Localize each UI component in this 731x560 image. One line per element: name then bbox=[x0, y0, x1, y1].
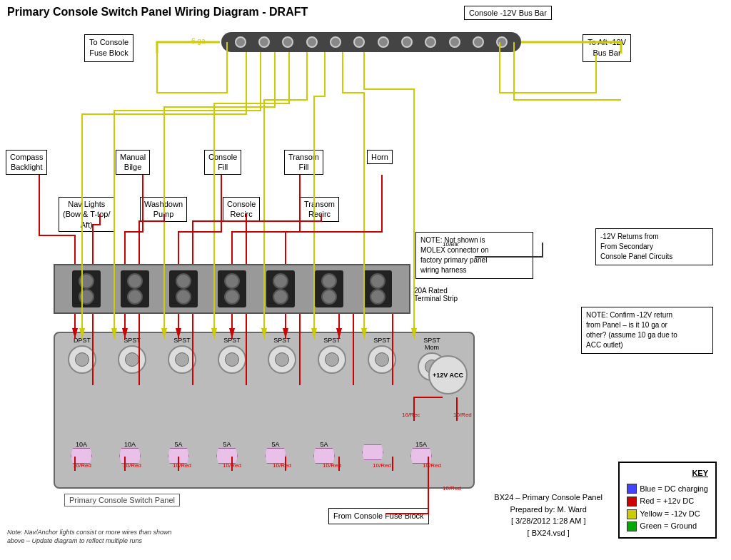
fuse-shape-3 bbox=[168, 448, 189, 464]
key-box: KEY Blue = DC charging Red = +12v DC Yel… bbox=[618, 462, 717, 539]
console-fill-label: ConsoleFill bbox=[204, 150, 241, 175]
fuse-7 bbox=[348, 444, 397, 460]
bus-terminal-11 bbox=[473, 36, 484, 48]
fuse-8: 15A bbox=[397, 441, 445, 464]
fuse-shape-6 bbox=[313, 448, 335, 464]
fuse-label-6: 5A bbox=[320, 441, 328, 448]
wire-label-2: 10/Red bbox=[107, 462, 157, 469]
switch-row: DPST SPST SPST SPST SPST SPST SPST SPST bbox=[57, 337, 478, 381]
switch-dpst: DPST bbox=[57, 337, 107, 381]
key-label-blue: Blue = DC charging bbox=[640, 483, 708, 496]
bus-terminal-8 bbox=[401, 36, 413, 48]
fuse-row: 10A 10A 5A 5A 5A 5A 15A bbox=[57, 441, 478, 464]
confirm-note: NOTE: Confirm -12V returnfrom Panel – is… bbox=[581, 307, 713, 354]
switch-circle-2 bbox=[118, 345, 146, 374]
fuse-label-1: 10A bbox=[76, 441, 87, 448]
key-color-yellow bbox=[627, 509, 637, 519]
fuse-shape-2 bbox=[119, 448, 141, 464]
switch-type-spst-3: SPST bbox=[223, 337, 241, 344]
bus-terminal-1 bbox=[235, 36, 246, 48]
screw-bot-6 bbox=[321, 289, 337, 305]
terminal-strip bbox=[54, 264, 410, 314]
bus-terminal-3 bbox=[282, 36, 293, 48]
bus-bar bbox=[221, 32, 521, 52]
wire-10red-acc: 10/Red bbox=[453, 412, 472, 418]
switch-circle-5 bbox=[268, 345, 296, 374]
switch-circle-6 bbox=[318, 345, 346, 374]
horn-label: Horn bbox=[367, 150, 393, 164]
wire-label-8: 10/Red bbox=[407, 462, 457, 469]
fuse-shape-5 bbox=[265, 448, 286, 464]
bx24-line3: [ 3/28/2012 1:28 AM ] bbox=[494, 515, 603, 527]
switch-spst-5: SPST bbox=[307, 337, 357, 381]
fuse-label-2: 10A bbox=[124, 441, 136, 448]
key-row-blue: Blue = DC charging bbox=[627, 483, 708, 496]
bus-ga-left: 6 ga bbox=[191, 37, 205, 45]
switch-inner-1 bbox=[75, 352, 89, 367]
key-color-red bbox=[627, 497, 637, 506]
from-console-fuse-label: From Console Fuse Block bbox=[328, 508, 429, 524]
switch-spst-4: SPST bbox=[257, 337, 307, 381]
switch-circle-3 bbox=[168, 345, 196, 374]
switch-circle-4 bbox=[218, 345, 246, 374]
to-aft-bus-label: To Aft -12VBus Bar bbox=[583, 34, 631, 62]
fuse-label-3: 5A bbox=[174, 441, 182, 448]
bus-terminal-9 bbox=[425, 36, 436, 48]
to-console-fuse-label: To ConsoleFuse Block bbox=[84, 34, 133, 62]
terminal-block-7 bbox=[363, 270, 392, 307]
switch-type-dpst: DPST bbox=[74, 337, 91, 344]
wire-label-row: 10/Red 10/Red 10/Red 10/Red 10/Red 10/Re… bbox=[57, 462, 478, 469]
fuse-3: 5A bbox=[154, 441, 203, 464]
acc-circle: +12V ACC bbox=[428, 355, 468, 394]
fuse-5: 5A bbox=[251, 441, 300, 464]
switch-spst-6: SPST bbox=[357, 337, 407, 381]
key-label-red: Red = +12v DC bbox=[640, 495, 694, 508]
manual-bilge-label: ManualBilge bbox=[116, 150, 150, 175]
screw-top-6 bbox=[321, 273, 337, 289]
fuse-label-4: 5A bbox=[223, 441, 231, 448]
diagram-container: Primary Console Switch Panel Wiring Diag… bbox=[0, 0, 731, 560]
screw-bot-1 bbox=[79, 289, 94, 305]
switch-spst-1: SPST bbox=[107, 337, 157, 381]
wire-label-4: 10/Red bbox=[207, 462, 257, 469]
terminal-block-6 bbox=[315, 270, 343, 307]
screw-top-2 bbox=[127, 273, 143, 289]
terminal-block-5 bbox=[266, 270, 295, 307]
screw-top-5 bbox=[273, 273, 288, 289]
switch-inner-6 bbox=[325, 352, 339, 367]
fuse-shape-7 bbox=[362, 444, 383, 460]
switch-type-spst-2: SPST bbox=[173, 337, 191, 344]
fuse-6: 5A bbox=[300, 441, 348, 464]
bottom-note: Note: Nav/Anchor lights consist or more … bbox=[7, 528, 178, 546]
switch-inner-3 bbox=[175, 352, 189, 367]
bx24-info: BX24 – Primary Console Panel Prepared by… bbox=[494, 492, 603, 539]
switch-spst-2: SPST bbox=[157, 337, 207, 381]
fuse-shape-1 bbox=[71, 448, 92, 464]
terminal-strip-label: 20A RatedTerminal Strip bbox=[414, 287, 458, 302]
wire-label-3: 10/Red bbox=[157, 462, 207, 469]
terminal-block-3 bbox=[169, 270, 198, 307]
wire-label-1: 10/Red bbox=[57, 462, 107, 469]
key-row-yellow: Yellow = -12v DC bbox=[627, 508, 708, 521]
bx24-line2: Prepared by: M. Ward bbox=[494, 504, 603, 516]
switch-type-spst-4: SPST bbox=[273, 337, 291, 344]
wire-16rec: 16/Rec bbox=[402, 412, 420, 418]
bus-terminal-7 bbox=[378, 36, 389, 48]
wire-label-7: 10/Red bbox=[357, 462, 407, 469]
bus-terminal-2 bbox=[258, 36, 270, 48]
key-label-green: Green = Ground bbox=[640, 520, 697, 533]
terminal-block-1 bbox=[72, 270, 101, 307]
compass-backlight-label: CompassBacklight bbox=[6, 150, 47, 175]
screw-bot-4 bbox=[224, 289, 240, 305]
switch-type-spst-5: SPST bbox=[323, 337, 341, 344]
screw-top-7 bbox=[370, 273, 385, 289]
nav-lights-label: Nav Lights(Bow & T-top/Aft) bbox=[59, 197, 114, 232]
key-row-red: Red = +12v DC bbox=[627, 495, 708, 508]
console-recirc-label: ConsoleRecirc bbox=[223, 197, 260, 222]
switch-inner-7 bbox=[375, 352, 389, 367]
fuse-2: 10A bbox=[106, 441, 154, 464]
transom-fill-label: TransomFill bbox=[284, 150, 323, 175]
washdown-pump-label: WashdownPump bbox=[140, 197, 187, 222]
transom-recirc-label: TransomRecirc bbox=[300, 197, 339, 222]
bus-terminal-5 bbox=[330, 36, 341, 48]
